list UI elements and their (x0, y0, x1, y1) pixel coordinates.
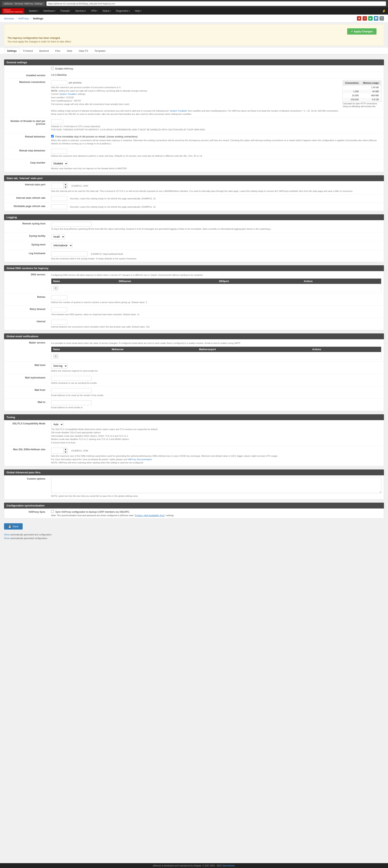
icon-stop[interactable]: ■ (357, 16, 361, 21)
dh-spinner-up[interactable]: ▲ (63, 448, 68, 451)
ssl-mode-row: SSL/TLS Compatibility Mode Auto The SSL/… (4, 420, 384, 446)
mailer-add-button[interactable]: + (53, 354, 58, 359)
icon-chart[interactable]: 📊 (374, 16, 378, 21)
enable-haproxy-row: Enable HAProxy (4, 65, 384, 72)
dns-value-cell: Configuring DNS servers will allow hapro… (49, 271, 384, 293)
dh-size-input[interactable]: 2048 (51, 448, 63, 453)
dns-table: DNS servers Configuring DNS servers will… (4, 271, 384, 330)
reload-stop-input[interactable]: 15s (51, 149, 67, 154)
installed-version-value: 2.8.3-86e043a (49, 72, 384, 79)
retries-input[interactable] (51, 295, 67, 300)
nav-vpn[interactable]: VPN ▾ (89, 9, 100, 13)
nav-firewall[interactable]: Firewall ▾ (58, 9, 72, 13)
dns-add-row: + (51, 284, 381, 292)
maillevel-label: Mail level (4, 362, 49, 374)
max-connections-input[interactable]: 1000 (51, 80, 67, 85)
level-select[interactable]: Informational (51, 243, 72, 248)
dns-add-button[interactable]: + (53, 286, 58, 290)
section-dns-header: Global DNS resolvers for haproxy (4, 265, 384, 271)
spinner-up[interactable]: ▲ (63, 183, 68, 186)
threads-row: Number of threads to start per process 1… (4, 118, 384, 133)
tab-backend[interactable]: Backend (36, 48, 52, 54)
internal-port-input[interactable]: 2200 (51, 184, 63, 188)
mailto-input[interactable] (51, 400, 92, 405)
nav-services[interactable]: Services ▾ (73, 9, 88, 13)
browser-tab[interactable]: pfSense - Services: HAProxy: Settings (2, 2, 45, 6)
icon-help[interactable]: ? (380, 16, 384, 21)
nav-status[interactable]: Status ▾ (100, 9, 113, 13)
carp-select[interactable]: Disabled (51, 161, 68, 166)
dh-spinner-down[interactable]: ▼ (63, 451, 68, 454)
tab-frontend[interactable]: Frontend (20, 48, 36, 54)
show-link-1[interactable]: Show (4, 533, 10, 536)
nav-interfaces[interactable]: Interfaces ▾ (41, 9, 58, 13)
retry-timeout-input[interactable] (51, 307, 67, 312)
browser-bar: pfSense - Services: HAProxy: Settings ht… (0, 0, 388, 7)
mailto-value-cell: Email address to send emails to. (49, 399, 384, 411)
ssl-mode-help1: The SSL/TLS Compatibility Mode determine… (51, 428, 158, 430)
sticky-input[interactable] (51, 205, 67, 209)
haproxy-docs-link[interactable]: HAProxy Documentation (128, 458, 152, 461)
enable-haproxy-checkbox[interactable] (51, 67, 54, 69)
remote-syslog-input[interactable]: /var/run/log (51, 222, 92, 227)
maillevel-value-cell: Dont log Define the maximum loglevel to … (49, 362, 384, 374)
interval-input[interactable] (51, 320, 67, 324)
threads-help-text: Defaults to 1 if left blank (4 CPU core(… (51, 125, 101, 128)
conn-cell-2-1: 468 MB (361, 94, 381, 97)
mailer-header-row: Name Mailserver Mailserverport Actions (51, 346, 381, 352)
tab-files[interactable]: Files (52, 48, 63, 54)
icon-restart[interactable]: ↺ (362, 16, 367, 21)
dh-size-label: Max SSL Diffie-Hellman size (4, 446, 49, 466)
save-icon: 💾 (8, 525, 11, 528)
max-conn-help: Sets the maximum per-process number of c… (51, 86, 340, 116)
system-tunables-link1[interactable]: 'System Tunables' (59, 93, 77, 95)
nav-diagnostics[interactable]: Diagnostics ▾ (114, 9, 132, 13)
log-hostname-input[interactable] (51, 251, 88, 256)
icon-start[interactable]: ▶ (368, 16, 373, 21)
mailfrom-input[interactable] (51, 388, 92, 393)
tab-templates[interactable]: Templates (92, 48, 109, 54)
sticky-row: Sticktable page refresh rate Seconds, Le… (4, 203, 384, 211)
sync-checkbox[interactable] (51, 510, 54, 513)
sticky-label: Sticktable page refresh rate (4, 203, 49, 211)
logging-table: Remote syslog host /var/run/log To log t… (4, 220, 384, 262)
facility-select[interactable]: local0 (51, 234, 65, 239)
mailhostname-input[interactable] (51, 376, 92, 381)
threads-input[interactable]: 1 (51, 119, 63, 124)
show-link-1-text: automatically generated test configurati… (10, 533, 52, 537)
sync-link[interactable]: System: High Availability Sync (135, 514, 165, 517)
spinner-down[interactable]: ▼ (63, 186, 68, 189)
show-link-2[interactable]: Show (4, 537, 10, 539)
custom-options-textarea[interactable] (51, 477, 382, 493)
tab-settings[interactable]: Settings (4, 48, 20, 54)
nav-system[interactable]: System ▾ (27, 9, 40, 13)
retry-timeout-label: Retry timeout (4, 306, 49, 318)
system-tunables-link2[interactable]: 'System Tunables' (169, 110, 187, 112)
custom-options-row: Custom options NOTE: paste text into thi… (4, 475, 384, 499)
conn-row-2: 10,000 468 MB (343, 94, 381, 97)
conn-note2: Using ssl offloading will increase this. (343, 105, 381, 107)
nav-vpn-caret: ▾ (97, 10, 98, 12)
remote-syslog-row: Remote syslog host /var/run/log To log t… (4, 220, 384, 232)
breadcrumb-services[interactable]: Services (4, 17, 14, 20)
sync-row: HAProxy Sync Sync HAProxy configuration … (4, 508, 384, 519)
ssl-mode-select[interactable]: Auto (51, 422, 63, 427)
log-hostname-row: Log hostname EXAMPLE: HaproxyMasterNode … (4, 250, 384, 262)
threads-value-cell: 1 Defaults to 1 if left blank (4 CPU cor… (49, 118, 384, 133)
max-connections-row: Maximum connections 1000 per process. Se… (4, 79, 384, 118)
save-button[interactable]: 💾 Save (4, 523, 23, 530)
dns-table-wrap: Name DNSserver DNSport Actions + (51, 278, 382, 292)
dh-size-help1: Sets the maximum size of the Diffie-Hell… (51, 455, 278, 457)
tab-stats[interactable]: Stats (64, 48, 75, 54)
refresh-input[interactable] (51, 196, 67, 201)
browser-url[interactable]: https://pfsense-01.mymiclab.at:8443/pkg_… (46, 1, 386, 6)
internal-port-example: EXAMPLE: 2200 (71, 185, 88, 187)
retries-value-cell: Defines the number of queries to send to… (49, 293, 384, 306)
maillevel-select[interactable]: Dont log (51, 363, 67, 369)
tab-stats-fs[interactable]: Stats FS (76, 48, 91, 54)
reload-checkbox[interactable] (51, 135, 54, 137)
nav-help[interactable]: Help ▾ (133, 9, 143, 13)
breadcrumb-haproxy[interactable]: HAProxy (19, 17, 29, 20)
page-icons: ■ ↺ ▶ 📊 ? (357, 16, 384, 21)
apply-changes-button[interactable]: ✓ Apply Changes (347, 28, 377, 35)
